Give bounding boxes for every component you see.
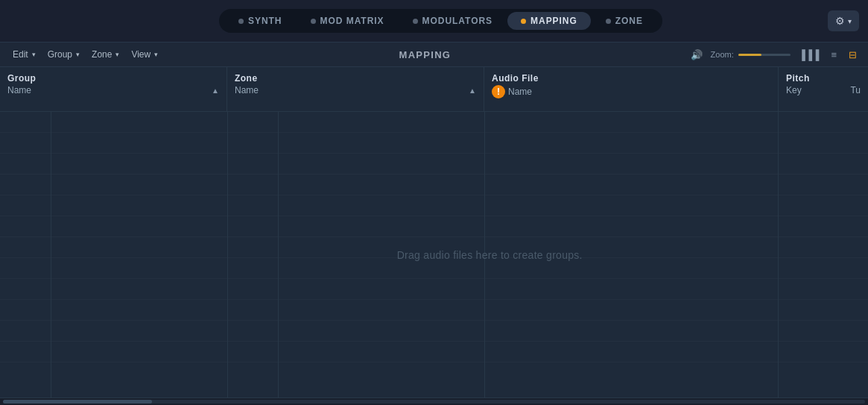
group-label: Group bbox=[48, 49, 72, 60]
audio-pitch-divider bbox=[778, 112, 779, 398]
synth-tab-label: SYNTH bbox=[248, 16, 282, 26]
synth-dot bbox=[238, 19, 244, 24]
audio-column-header: Audio File ! Name bbox=[484, 67, 779, 111]
row-12 bbox=[0, 342, 868, 362]
grid-icon: ⊟ bbox=[849, 49, 857, 60]
column-headers: Group Name ▲ Zone Name ▲ Audio File ! Na… bbox=[0, 67, 868, 112]
grid-view-button[interactable]: ⊟ bbox=[845, 48, 861, 62]
edit-chevron-icon: ▾ bbox=[32, 51, 36, 58]
bar-chart-view-button[interactable]: ▐▐▐ bbox=[795, 48, 823, 62]
row-9 bbox=[0, 279, 868, 300]
edit-menu-button[interactable]: Edit ▾ bbox=[7, 47, 41, 62]
group-zone-divider bbox=[227, 112, 228, 398]
pitch-col-sub: Key Tu bbox=[786, 85, 861, 95]
audio-col-title: Audio File bbox=[492, 73, 770, 84]
zone-label: Zone bbox=[92, 49, 112, 60]
zone-col-sub: Name ▲ bbox=[235, 85, 476, 95]
view-menu-button[interactable]: View ▾ bbox=[126, 47, 163, 62]
speaker-button[interactable]: 🔊 bbox=[687, 48, 706, 62]
toolbar-left: Edit ▾ Group ▾ Zone ▾ View ▾ bbox=[7, 47, 163, 62]
gear-chevron-icon: ▾ bbox=[848, 17, 852, 25]
mod-matrix-tab-label: MOD MATRIX bbox=[320, 16, 384, 26]
alert-symbol: ! bbox=[497, 87, 500, 97]
zone-audio-divider bbox=[484, 112, 485, 398]
toolbar-title: MAPPING bbox=[168, 49, 682, 60]
top-nav: SYNTH MOD MATRIX MODULATORS MAPPING ZONE… bbox=[0, 0, 868, 42]
row-5 bbox=[0, 195, 868, 216]
modulators-tab-label: MODULATORS bbox=[422, 16, 493, 26]
edit-label: Edit bbox=[13, 49, 28, 60]
list-icon: ≡ bbox=[831, 49, 837, 60]
row-4 bbox=[0, 175, 868, 195]
scrollbar-thumb[interactable] bbox=[3, 400, 152, 404]
zoom-area: Zoom: bbox=[711, 50, 791, 59]
mapping-tab-label: MAPPING bbox=[530, 16, 577, 26]
tab-mapping[interactable]: MAPPING bbox=[507, 12, 591, 30]
audio-col-name: Name bbox=[508, 87, 532, 97]
row-6 bbox=[0, 216, 868, 237]
mod-matrix-dot bbox=[311, 19, 316, 24]
toolbar-right: 🔊 Zoom: ▐▐▐ ≡ ⊟ bbox=[687, 48, 861, 62]
view-chevron-icon: ▾ bbox=[154, 51, 158, 58]
row-7 bbox=[0, 237, 868, 258]
nav-tabs: SYNTH MOD MATRIX MODULATORS MAPPING ZONE bbox=[219, 9, 662, 33]
zone-chevron-icon: ▾ bbox=[115, 51, 119, 58]
row-3 bbox=[0, 154, 868, 175]
mapping-dot bbox=[521, 19, 526, 24]
audio-col-sub: ! Name bbox=[492, 85, 770, 98]
toolbar: Edit ▾ Group ▾ Zone ▾ View ▾ MAPPING 🔊 Z… bbox=[0, 42, 868, 67]
gear-button[interactable]: ⚙ ▾ bbox=[828, 10, 859, 31]
speaker-icon: 🔊 bbox=[691, 49, 703, 60]
drag-message: Drag audio files here to create groups. bbox=[397, 249, 583, 261]
bar-chart-icon: ▐▐▐ bbox=[799, 49, 820, 60]
group-chevron-icon: ▾ bbox=[76, 51, 80, 58]
pitch-col-name: Key bbox=[786, 85, 802, 95]
zone-menu-button[interactable]: Zone ▾ bbox=[86, 47, 124, 62]
row-lines bbox=[0, 112, 868, 398]
group-column-header: Group Name ▲ bbox=[0, 67, 227, 111]
zone-dot bbox=[606, 19, 611, 24]
main-content: Group Name ▲ Zone Name ▲ Audio File ! Na… bbox=[0, 67, 868, 405]
zone-column-header: Zone Name ▲ bbox=[227, 67, 484, 111]
group-sort-icon[interactable]: ▲ bbox=[212, 87, 219, 95]
row-11 bbox=[0, 321, 868, 342]
tab-mod-matrix[interactable]: MOD MATRIX bbox=[297, 12, 398, 30]
zoom-label: Zoom: bbox=[711, 50, 734, 59]
zone-sort-icon[interactable]: ▲ bbox=[469, 87, 476, 95]
group-sub-divider bbox=[51, 112, 51, 398]
row-8 bbox=[0, 258, 868, 279]
tuning-col-label: Tu bbox=[850, 85, 861, 95]
zone-col-name: Name bbox=[235, 85, 259, 95]
pitch-col-title: Pitch bbox=[786, 73, 861, 84]
group-col-sub: Name ▲ bbox=[7, 85, 219, 95]
zone-tab-label: ZONE bbox=[615, 16, 643, 26]
modulators-dot bbox=[413, 19, 418, 24]
tab-synth[interactable]: SYNTH bbox=[225, 12, 295, 30]
tab-modulators[interactable]: MODULATORS bbox=[399, 12, 507, 30]
zoom-slider-fill bbox=[738, 54, 762, 56]
gear-icon: ⚙ bbox=[835, 15, 845, 27]
zoom-slider[interactable] bbox=[738, 54, 791, 56]
pitch-column-header: Pitch Key Tu bbox=[779, 67, 868, 111]
tab-zone[interactable]: ZONE bbox=[592, 12, 656, 30]
row-10 bbox=[0, 300, 868, 321]
alert-icon: ! bbox=[492, 85, 505, 98]
row-2 bbox=[0, 133, 868, 154]
list-view-button[interactable]: ≡ bbox=[827, 48, 840, 62]
bottom-scrollbar[interactable] bbox=[0, 398, 868, 405]
zone-col-title: Zone bbox=[235, 73, 476, 84]
data-area: Drag audio files here to create groups. bbox=[0, 112, 868, 398]
group-menu-button[interactable]: Group ▾ bbox=[42, 47, 85, 62]
row-1 bbox=[0, 112, 868, 133]
zone-sub-divider bbox=[278, 112, 279, 398]
group-col-name: Name bbox=[7, 85, 31, 95]
view-label: View bbox=[131, 49, 151, 60]
group-col-title: Group bbox=[7, 73, 219, 84]
scrollbar-track[interactable] bbox=[3, 400, 865, 404]
